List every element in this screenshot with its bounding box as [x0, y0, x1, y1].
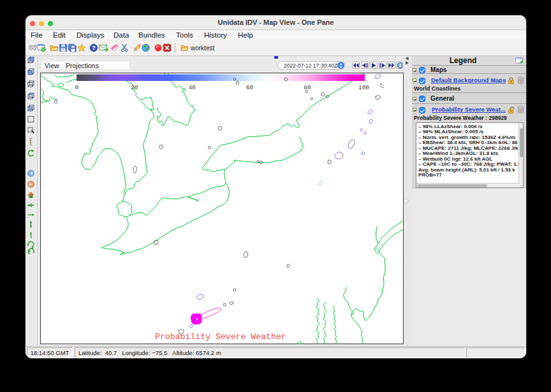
- svg-text:Probability Severe Weather: Probability Severe Weather: [155, 332, 286, 342]
- svg-text:worktest: worktest: [190, 45, 214, 52]
- svg-text:20: 20: [131, 84, 138, 91]
- svg-text:60: 60: [246, 84, 254, 91]
- svg-text:100: 100: [358, 84, 369, 91]
- svg-text:40: 40: [188, 84, 196, 91]
- svg-text:?: ?: [92, 45, 96, 51]
- svg-text:0: 0: [75, 84, 78, 91]
